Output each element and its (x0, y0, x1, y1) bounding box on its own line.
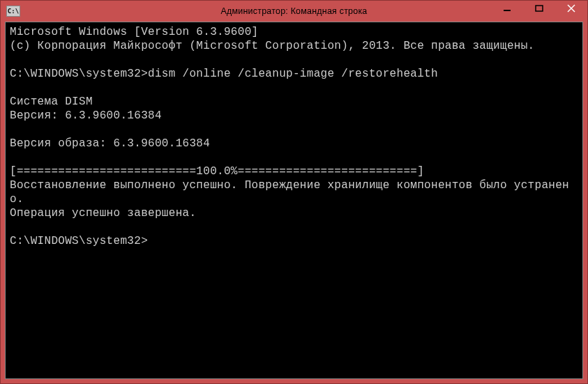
window-title: Администратор: Командная строка (221, 6, 368, 16)
svg-rect-1 (536, 6, 543, 11)
terminal-line: C:\WINDOWS\system32> (10, 234, 578, 248)
terminal-line (10, 123, 578, 137)
terminal-area[interactable]: Microsoft Windows [Version 6.3.9600](c) … (5, 22, 583, 379)
terminal-line (10, 81, 578, 95)
terminal-line: [==========================100.0%=======… (10, 164, 578, 178)
terminal-line (10, 220, 578, 234)
terminal-line: Операция успешно завершена. (10, 206, 578, 220)
terminal-line: Microsoft Windows [Version 6.3.9600] (10, 25, 578, 39)
terminal-output: Microsoft Windows [Version 6.3.9600](c) … (6, 22, 582, 251)
terminal-line: Версия образа: 6.3.9600.16384 (10, 137, 578, 151)
window-controls (491, 1, 587, 22)
minimize-button[interactable] (491, 1, 523, 16)
terminal-line (10, 151, 578, 164)
close-button[interactable] (555, 1, 587, 16)
terminal-line: (c) Корпорация Майкрософт (Microsoft Cor… (10, 39, 578, 53)
terminal-line: C:\WINDOWS\system32>dism /online /cleanu… (10, 67, 578, 81)
minimize-icon (503, 4, 511, 13)
command-prompt-window: C:\ Администратор: Командная строка (0, 0, 588, 384)
terminal-line: Cистема DISM (10, 95, 578, 109)
app-icon-label: C:\ (8, 8, 19, 15)
maximize-icon (535, 4, 543, 13)
terminal-line: Восстановление выполнено успешно. Повреж… (10, 178, 578, 206)
terminal-line: Версия: 6.3.9600.16384 (10, 109, 578, 123)
titlebar[interactable]: C:\ Администратор: Командная строка (1, 1, 587, 22)
app-icon: C:\ (6, 6, 20, 17)
terminal-line (10, 53, 578, 67)
maximize-button[interactable] (523, 1, 555, 16)
close-icon (567, 4, 575, 13)
